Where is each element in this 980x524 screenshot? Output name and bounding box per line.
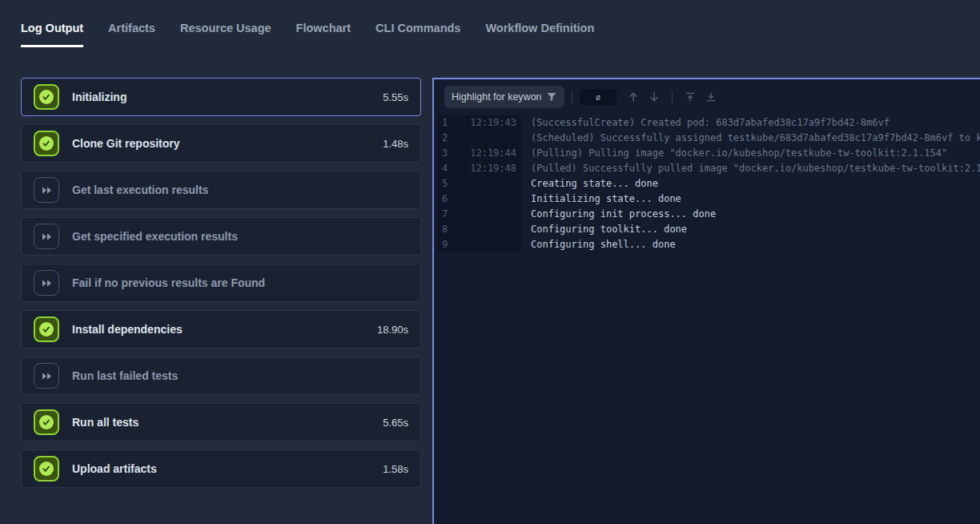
tab-log-output[interactable]: Log Output: [21, 22, 83, 47]
step-run-all-tests[interactable]: Run all tests 5.65s: [21, 403, 421, 441]
step-label: Get last execution results: [72, 183, 208, 196]
line-text: (Pulled) Successfully pulled image "dock…: [521, 161, 980, 176]
step-clone-git-repository[interactable]: Clone Git repository 1.48s: [21, 124, 421, 163]
line-number: 5: [442, 176, 448, 191]
line-number: 6: [442, 191, 448, 207]
line-text: Configuring init process... done: [521, 207, 716, 222]
scroll-to-bottom-button[interactable]: [701, 87, 721, 107]
line-text: Configuring shell... done: [521, 237, 676, 252]
log-line: 6 Initializing state... done: [438, 191, 980, 207]
workflow-steps-list: Initializing 5.55s Clone Git repository …: [21, 78, 421, 488]
scroll-to-top-button[interactable]: [680, 87, 701, 107]
step-label: Run last failed tests: [72, 369, 178, 382]
tab-flowchart[interactable]: Flowchart: [296, 22, 351, 47]
line-number: 7: [442, 207, 448, 222]
previous-match-button[interactable]: [623, 87, 644, 107]
log-line: 3 12:19:44 (Pulling) Pulling image "dock…: [438, 146, 980, 161]
step-label: Install dependencies: [72, 323, 183, 336]
log-line: 7 Configuring init process... done: [438, 207, 980, 222]
log-line: 1 12:19:43 (SuccessfulCreate) Created po…: [438, 115, 980, 131]
toolbar-divider: [572, 91, 572, 103]
step-label: Run all tests: [72, 416, 139, 429]
line-timestamp: 12:19:44: [470, 146, 516, 161]
step-duration: 5.55s: [383, 91, 408, 103]
step-duration: 18.90s: [377, 324, 408, 336]
log-lines: 1 12:19:43 (SuccessfulCreate) Created po…: [434, 115, 980, 252]
step-fail-if-no-previous-results-are-found[interactable]: Fail if no previous results are Found: [21, 264, 421, 302]
line-number: 8: [442, 222, 448, 237]
toolbar-divider: [672, 91, 673, 103]
tab-label: Log Output: [21, 22, 83, 34]
status-passed-icon: [34, 131, 59, 156]
step-run-last-failed-tests[interactable]: Run last failed tests: [21, 357, 421, 395]
tab-bar: Log OutputArtifactsResource UsageFlowcha…: [0, 0, 980, 47]
status-passed-icon: [34, 456, 59, 482]
tab-workflow-definition[interactable]: Workflow Definition: [485, 22, 594, 47]
status-skipped-icon: [34, 224, 59, 249]
log-line: 2 (Scheduled) Successfully assigned test…: [438, 131, 980, 146]
step-label: Initializing: [72, 91, 127, 103]
match-counter: ø: [580, 89, 617, 105]
status-passed-icon: [34, 84, 59, 110]
filter-icon[interactable]: [546, 91, 557, 103]
step-get-last-execution-results[interactable]: Get last execution results: [21, 171, 421, 209]
log-line: 5 Creating state... done: [438, 176, 980, 191]
status-passed-icon: [34, 409, 59, 435]
arrow-up-icon: [627, 91, 640, 103]
log-line: 9 Configuring shell... done: [438, 237, 980, 252]
status-skipped-icon: [34, 177, 59, 203]
status-passed-icon: [34, 316, 59, 342]
status-skipped-icon: [34, 270, 59, 296]
line-timestamp: 12:19:43: [470, 115, 516, 131]
line-timestamp: 12:19:48: [470, 161, 516, 176]
step-get-specified-execution-results[interactable]: Get specified execution results: [21, 217, 421, 256]
tab-cli-commands[interactable]: CLI Commands: [376, 22, 460, 47]
step-initializing[interactable]: Initializing 5.55s: [21, 78, 421, 116]
step-label: Get specified execution results: [72, 230, 238, 243]
tab-label: CLI Commands: [376, 22, 460, 34]
tab-label: Flowchart: [296, 22, 351, 34]
line-text: (Scheduled) Successfully assigned testku…: [521, 131, 980, 146]
next-match-button[interactable]: [644, 87, 665, 107]
line-number: 9: [442, 237, 448, 252]
line-text: Initializing state... done: [521, 191, 681, 207]
tab-label: Workflow Definition: [485, 22, 594, 34]
tab-artifacts[interactable]: Artifacts: [108, 22, 155, 47]
scroll-to-bottom-icon: [705, 91, 717, 103]
line-text: (SuccessfulCreate) Created pod: 683d7aba…: [521, 115, 890, 131]
log-line: 8 Configuring toolkit... done: [438, 222, 980, 237]
log-line: 4 12:19:48 (Pulled) Successfully pulled …: [438, 161, 980, 176]
step-duration: 1.48s: [383, 138, 408, 150]
keyword-search-input[interactable]: [452, 91, 541, 103]
step-install-dependencies[interactable]: Install dependencies 18.90s: [21, 310, 421, 349]
step-duration: 1.58s: [383, 463, 408, 475]
step-duration: 5.65s: [383, 417, 408, 429]
status-skipped-icon: [34, 363, 59, 389]
step-label: Clone Git repository: [72, 137, 180, 150]
line-number: 2: [442, 131, 448, 146]
line-text: (Pulling) Pulling image "docker.io/kubes…: [521, 146, 947, 161]
tab-label: Artifacts: [108, 22, 155, 34]
line-text: Configuring toolkit... done: [521, 222, 687, 237]
step-upload-artifacts[interactable]: Upload artifacts 1.58s: [21, 449, 421, 488]
line-text: Creating state... done: [521, 176, 658, 191]
tab-resource-usage[interactable]: Resource Usage: [180, 22, 271, 47]
keyword-search[interactable]: [444, 86, 564, 108]
step-label: Fail if no previous results are Found: [72, 276, 265, 289]
tab-label: Resource Usage: [180, 22, 271, 34]
log-toolbar: ø: [434, 79, 980, 115]
line-number: 4: [442, 161, 448, 176]
arrow-down-icon: [648, 91, 661, 103]
step-label: Upload artifacts: [72, 462, 157, 475]
scroll-to-top-icon: [684, 91, 697, 103]
log-output-panel: ø 1 12:19:43 (SuccessfulCreate): [432, 78, 980, 524]
line-number: 3: [442, 146, 448, 161]
line-number: 1: [442, 115, 448, 131]
